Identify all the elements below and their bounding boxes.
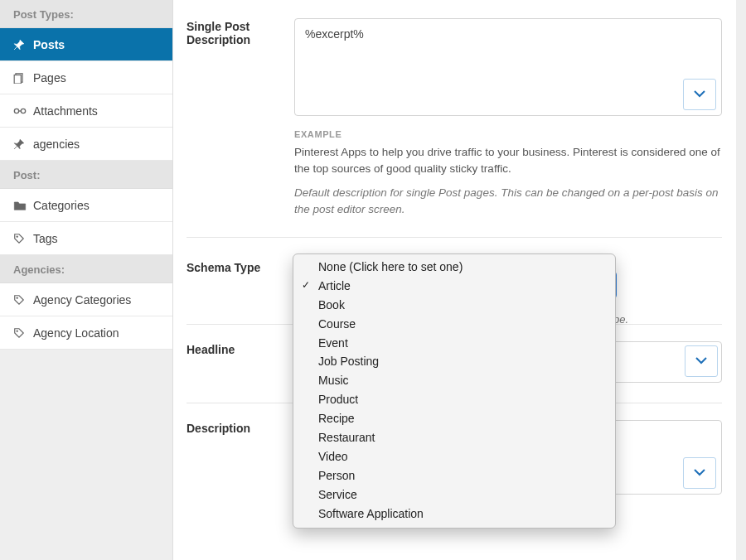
chevron-down-icon <box>694 90 705 99</box>
sidebar-item-categories[interactable]: Categories <box>0 189 172 222</box>
pin-icon <box>13 39 33 51</box>
sidebar-item-label: Tags <box>33 232 58 245</box>
sidebar-item-label: Pages <box>33 71 66 84</box>
single-post-description-label: Single Post Description <box>186 18 286 46</box>
tag-icon <box>13 327 33 339</box>
headline-label: Headline <box>186 341 286 356</box>
example-heading: EXAMPLE <box>294 129 722 139</box>
single-post-description-input[interactable]: %excerpt% <box>294 18 722 116</box>
example-text: Pinterest Apps to help you drive traffic… <box>294 144 722 176</box>
dropdown-option-job-posting[interactable]: Job Posting <box>293 352 615 371</box>
sidebar-item-label: Agency Location <box>33 326 119 340</box>
schema-type-label: Schema Type <box>186 259 286 274</box>
dropdown-option-product[interactable]: Product <box>293 390 615 409</box>
sidebar-group-header-post: Post: <box>0 161 172 189</box>
sidebar-item-agency-categories[interactable]: Agency Categories <box>0 283 172 316</box>
schema-type-dropdown[interactable]: None (Click here to set one) Article Boo… <box>293 253 616 529</box>
dropdown-option-service[interactable]: Service <box>293 485 615 504</box>
chevron-down-icon <box>694 469 705 477</box>
variable-dropdown-button[interactable] <box>683 79 716 110</box>
sidebar-group-header-agencies: Agencies: <box>0 255 172 283</box>
variable-dropdown-button[interactable] <box>683 457 716 489</box>
sidebar-item-agencies[interactable]: agencies <box>0 128 172 161</box>
sidebar-item-label: Categories <box>33 199 90 212</box>
attachments-icon <box>13 105 33 117</box>
svg-point-5 <box>17 297 18 298</box>
pin-icon <box>13 138 33 150</box>
divider <box>186 237 722 238</box>
dropdown-option-book[interactable]: Book <box>293 296 615 315</box>
dropdown-option-restaurant[interactable]: Restaurant <box>293 428 615 447</box>
svg-point-2 <box>14 109 18 113</box>
dropdown-option-music[interactable]: Music <box>293 371 615 390</box>
dropdown-option-recipe[interactable]: Recipe <box>293 409 615 428</box>
dropdown-option-none[interactable]: None (Click here to set one) <box>293 258 615 277</box>
single-post-description-value[interactable]: %excerpt% <box>295 19 721 77</box>
description-label: Description <box>186 420 286 435</box>
sidebar-item-label: agencies <box>33 138 80 151</box>
default-note: Default description for single Post page… <box>294 185 722 217</box>
sidebar-item-label: Attachments <box>33 104 98 118</box>
sidebar-item-label: Posts <box>33 38 65 51</box>
tag-icon <box>13 233 33 244</box>
sidebar-item-label: Agency Categories <box>33 293 131 307</box>
dropdown-option-person[interactable]: Person <box>293 466 615 485</box>
sidebar-item-pages[interactable]: Pages <box>0 61 172 94</box>
sidebar-item-tags[interactable]: Tags <box>0 222 172 255</box>
svg-point-3 <box>21 109 25 113</box>
dropdown-option-video[interactable]: Video <box>293 447 615 466</box>
sidebar-item-posts[interactable]: Posts <box>0 28 172 61</box>
dropdown-option-software-application[interactable]: Software Application <box>293 504 615 524</box>
dropdown-option-article[interactable]: Article <box>293 277 615 296</box>
sidebar: Post Types: Posts Pages Attachments agen… <box>0 0 172 560</box>
page-icon <box>13 72 33 84</box>
folder-icon <box>13 200 33 211</box>
chevron-down-icon <box>695 357 707 365</box>
sidebar-item-agency-location[interactable]: Agency Location <box>0 316 172 350</box>
sidebar-group-header-post-types: Post Types: <box>0 0 172 28</box>
svg-rect-1 <box>14 75 21 84</box>
dropdown-option-event[interactable]: Event <box>293 334 615 353</box>
dropdown-option-course[interactable]: Course <box>293 315 615 334</box>
sidebar-item-attachments[interactable]: Attachments <box>0 94 172 128</box>
tag-icon <box>13 294 33 306</box>
svg-point-4 <box>17 235 18 237</box>
svg-point-6 <box>17 330 18 331</box>
variable-dropdown-button[interactable] <box>685 345 718 377</box>
